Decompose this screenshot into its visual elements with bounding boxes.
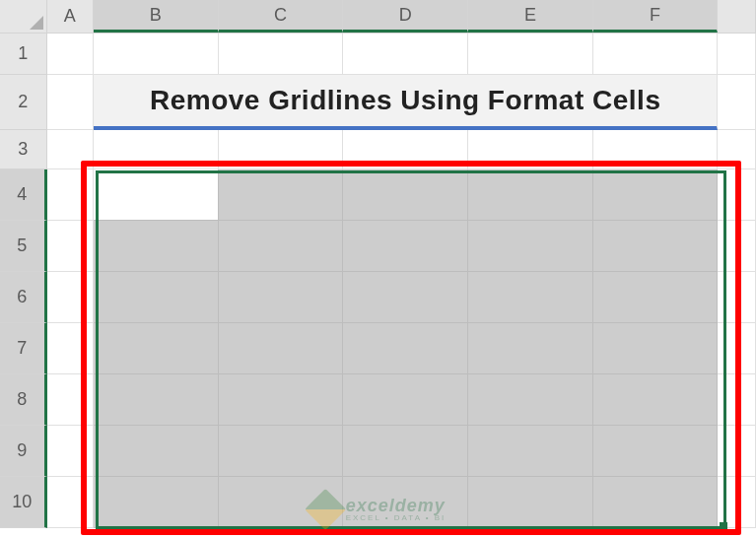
cell-c3[interactable]: [219, 130, 344, 169]
cell-d5[interactable]: [343, 221, 468, 272]
row-4: 4: [0, 169, 756, 221]
row-header-2[interactable]: 2: [0, 75, 47, 130]
cell-b10[interactable]: [94, 477, 219, 528]
cell-b3[interactable]: [94, 130, 219, 169]
cell-a2[interactable]: [47, 75, 95, 130]
cell-a5[interactable]: [47, 221, 95, 272]
cell-d10[interactable]: [343, 477, 468, 528]
cell-b4-active[interactable]: [94, 169, 219, 221]
cell-f3[interactable]: [593, 130, 719, 169]
cell-f9[interactable]: [593, 426, 719, 477]
cell-d9[interactable]: [343, 426, 468, 477]
cell-g3[interactable]: [718, 130, 756, 169]
cell-d4[interactable]: [343, 169, 468, 221]
col-header-next[interactable]: [718, 0, 756, 33]
cell-c6[interactable]: [219, 272, 344, 323]
row-2: 2 Remove Gridlines Using Format Cells: [0, 75, 756, 130]
cell-a8[interactable]: [47, 374, 95, 426]
row-header-1[interactable]: 1: [0, 34, 47, 75]
row-1: 1: [0, 34, 756, 75]
row-header-10[interactable]: 10: [0, 477, 47, 528]
row-3: 3: [0, 130, 756, 169]
cell-f5[interactable]: [593, 221, 719, 272]
cell-e5[interactable]: [468, 221, 593, 272]
cell-f4[interactable]: [593, 169, 719, 221]
cell-b5[interactable]: [94, 221, 219, 272]
col-header-e[interactable]: E: [468, 0, 593, 33]
cell-e8[interactable]: [468, 374, 593, 426]
col-header-a[interactable]: A: [47, 0, 95, 33]
cell-g9[interactable]: [718, 426, 756, 477]
cell-a3[interactable]: [47, 130, 95, 169]
row-header-4[interactable]: 4: [0, 169, 47, 221]
cell-f6[interactable]: [593, 272, 719, 323]
cell-c1[interactable]: [219, 34, 344, 75]
cell-b8[interactable]: [94, 374, 219, 426]
cell-e6[interactable]: [468, 272, 593, 323]
cell-e10[interactable]: [468, 477, 593, 528]
col-header-f[interactable]: F: [593, 0, 719, 33]
cell-e4[interactable]: [468, 169, 593, 221]
cell-b7[interactable]: [94, 323, 219, 374]
row-header-6[interactable]: 6: [0, 272, 47, 323]
cell-d6[interactable]: [343, 272, 468, 323]
row-7: 7: [0, 323, 756, 374]
spreadsheet: A B C D E F 1 2 Remove Gridlines Using F…: [0, 0, 756, 538]
row-10: 10: [0, 477, 756, 528]
cell-c4[interactable]: [219, 169, 344, 221]
cell-e3[interactable]: [468, 130, 593, 169]
row-5: 5: [0, 221, 756, 272]
cell-g5[interactable]: [718, 221, 756, 272]
cell-d1[interactable]: [343, 34, 468, 75]
col-header-d[interactable]: D: [343, 0, 468, 33]
cell-d8[interactable]: [343, 374, 468, 426]
select-all-corner[interactable]: [0, 0, 47, 34]
cell-a6[interactable]: [47, 272, 95, 323]
cell-a4[interactable]: [47, 169, 95, 221]
cell-g7[interactable]: [718, 323, 756, 374]
cell-a1[interactable]: [47, 34, 95, 75]
cell-e7[interactable]: [468, 323, 593, 374]
cell-c10[interactable]: [219, 477, 344, 528]
cell-f7[interactable]: [593, 323, 719, 374]
column-headers: A B C D E F: [0, 0, 756, 34]
title-merged-cell[interactable]: Remove Gridlines Using Format Cells: [94, 75, 718, 130]
cell-e1[interactable]: [468, 34, 593, 75]
row-header-5[interactable]: 5: [0, 221, 47, 272]
cell-c9[interactable]: [219, 426, 344, 477]
row-6: 6: [0, 272, 756, 323]
cell-g2[interactable]: [718, 75, 756, 130]
cell-a9[interactable]: [47, 426, 95, 477]
cell-a10[interactable]: [47, 477, 95, 528]
cell-g8[interactable]: [718, 374, 756, 426]
cell-b6[interactable]: [94, 272, 219, 323]
cell-g4[interactable]: [718, 169, 756, 221]
col-header-c[interactable]: C: [219, 0, 344, 33]
cell-c5[interactable]: [219, 221, 344, 272]
cell-f1[interactable]: [593, 34, 719, 75]
col-header-b[interactable]: B: [94, 0, 219, 33]
cell-f8[interactable]: [593, 374, 719, 426]
cell-g10[interactable]: [718, 477, 756, 528]
row-header-9[interactable]: 9: [0, 426, 47, 477]
cell-g1[interactable]: [718, 34, 756, 75]
grid-rows: 1 2 Remove Gridlines Using Format Cells …: [0, 34, 756, 528]
cell-f10[interactable]: [593, 477, 719, 528]
row-9: 9: [0, 426, 756, 477]
cell-e9[interactable]: [468, 426, 593, 477]
cell-c7[interactable]: [219, 323, 344, 374]
row-header-3[interactable]: 3: [0, 130, 47, 169]
row-header-8[interactable]: 8: [0, 374, 47, 426]
row-header-7[interactable]: 7: [0, 323, 47, 374]
cell-c8[interactable]: [219, 374, 344, 426]
cell-d3[interactable]: [343, 130, 468, 169]
row-8: 8: [0, 374, 756, 426]
cell-b9[interactable]: [94, 426, 219, 477]
cell-b1[interactable]: [94, 34, 219, 75]
cell-a7[interactable]: [47, 323, 95, 374]
cell-g6[interactable]: [718, 272, 756, 323]
cell-d7[interactable]: [343, 323, 468, 374]
